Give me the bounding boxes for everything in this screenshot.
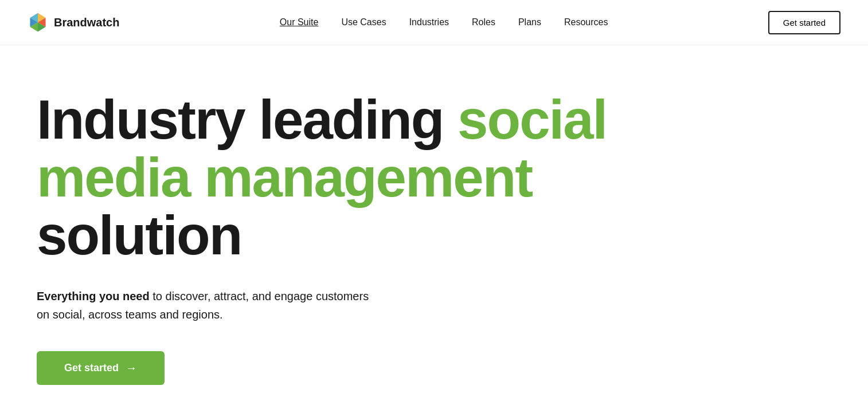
hero-subtext: Everything you need to discover, attract… [37, 287, 369, 324]
nav-link-use-cases[interactable]: Use Cases [341, 17, 386, 27]
nav-item-resources[interactable]: Resources [564, 17, 608, 27]
headline-part2: solution [37, 205, 241, 266]
nav-link-our-suite[interactable]: Our Suite [280, 17, 319, 27]
nav-link-resources[interactable]: Resources [564, 17, 608, 27]
nav-item-industries[interactable]: Industries [409, 17, 449, 27]
nav-item-plans[interactable]: Plans [518, 17, 541, 27]
nav-link-plans[interactable]: Plans [518, 17, 541, 27]
headline-green1: social [458, 89, 607, 150]
hero-subtext-bold: Everything you need [37, 290, 150, 302]
nav-link-industries[interactable]: Industries [409, 17, 449, 27]
navbar: Brandwatch Our Suite Use Cases Industrie… [0, 0, 868, 45]
headline-green2: media management [37, 147, 532, 208]
hero-button-arrow-icon: → [126, 361, 137, 375]
brand-name: Brandwatch [54, 16, 119, 29]
logo[interactable]: Brandwatch [28, 12, 119, 33]
nav-item-roles[interactable]: Roles [472, 17, 495, 27]
brandwatch-logo-icon [28, 12, 48, 33]
headline-part1: Industry leading [37, 89, 458, 150]
hero-button-label: Get started [64, 362, 119, 374]
nav-link-roles[interactable]: Roles [472, 17, 495, 27]
hero-get-started-button[interactable]: Get started → [37, 351, 165, 385]
nav-get-started-button[interactable]: Get started [768, 11, 840, 34]
hero-section: Industry leading social media management… [0, 45, 688, 405]
hero-headline: Industry leading social media management… [37, 91, 651, 264]
nav-item-use-cases[interactable]: Use Cases [341, 17, 386, 27]
nav-links: Our Suite Use Cases Industries Roles Pla… [280, 17, 608, 27]
nav-item-our-suite[interactable]: Our Suite [280, 17, 319, 27]
